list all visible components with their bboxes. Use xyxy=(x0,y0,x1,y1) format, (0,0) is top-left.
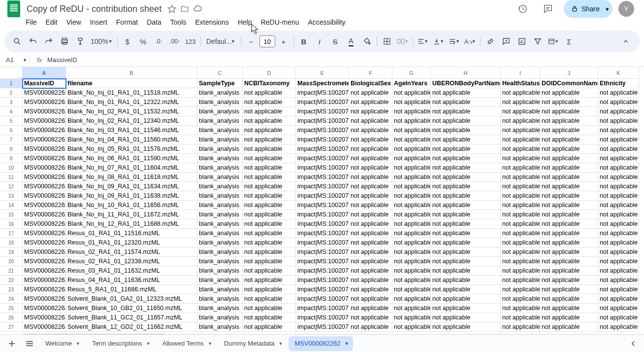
redo-icon[interactable] xyxy=(41,34,56,49)
row-header-2[interactable]: 2 xyxy=(0,88,23,98)
fill-color-icon[interactable] xyxy=(359,34,374,49)
cell-G18[interactable]: not applicable xyxy=(392,238,431,247)
cell-B17[interactable]: Resus_01_RA1_01_11516.mzML xyxy=(66,229,197,238)
sheet-tab-menu-icon[interactable]: ▼ xyxy=(206,341,212,346)
row-header-9[interactable]: 9 xyxy=(0,154,23,163)
cell-G14[interactable]: not applicable xyxy=(392,201,431,210)
row-header-1[interactable]: 1 xyxy=(0,79,23,88)
cell-C16[interactable]: blank_analysis xyxy=(197,219,243,229)
cell-K18[interactable]: not applicable xyxy=(598,238,639,247)
cell-H22[interactable]: not applicable xyxy=(431,276,501,285)
cell-K4[interactable]: not applicable xyxy=(598,107,639,116)
cell-E6[interactable]: impact|MS:1002077 xyxy=(296,126,349,135)
cell-K1[interactable]: Ethnicity xyxy=(598,79,639,88)
cell-J4[interactable]: not applicable xyxy=(540,107,598,116)
horizontal-align-icon[interactable]: ▼ xyxy=(416,34,430,49)
cell-F16[interactable]: not applicable xyxy=(349,219,392,229)
all-sheets-icon[interactable] xyxy=(22,337,37,351)
select-all-corner[interactable] xyxy=(0,67,23,79)
cell-K9[interactable]: not applicable xyxy=(598,154,639,163)
cell-A3[interactable]: MSV000082262 xyxy=(23,98,66,107)
cell-K6[interactable]: not applicable xyxy=(598,126,639,135)
cell-I7[interactable]: not applicable xyxy=(501,135,540,144)
paint-format-icon[interactable] xyxy=(73,34,88,49)
version-history-icon[interactable] xyxy=(513,0,532,19)
cell-E27[interactable]: impact|MS:1002077 xyxy=(296,322,349,332)
cell-D16[interactable]: not applicable xyxy=(243,219,296,229)
cell-B26[interactable]: Solvent_Blank_11_GC2_01_11657.mzML xyxy=(66,313,197,322)
cell-G11[interactable]: not applicable xyxy=(392,173,431,182)
cell-G22[interactable]: not applicable xyxy=(392,276,431,285)
cell-F14[interactable]: not applicable xyxy=(349,201,392,210)
cell-J27[interactable]: not applicable xyxy=(540,322,598,332)
row-header-4[interactable]: 4 xyxy=(0,107,23,116)
cell-C27[interactable]: blank_analysis xyxy=(197,322,243,332)
cell-A23[interactable]: MSV000082262 xyxy=(23,285,66,294)
row-header-19[interactable]: 19 xyxy=(0,247,23,257)
row-header-20[interactable]: 20 xyxy=(0,257,23,266)
cell-D18[interactable]: not applicable xyxy=(243,238,296,247)
cell-B9[interactable]: Blank_No_Inj_06_RA1_01_11590.mzML xyxy=(66,154,197,163)
cell-F11[interactable]: not applicable xyxy=(349,173,392,182)
cell-G6[interactable]: not applicable xyxy=(392,126,431,135)
cell-B19[interactable]: Resus_02_RA1_01_11574.mzML xyxy=(66,247,197,257)
row-header-22[interactable]: 22 xyxy=(0,276,23,285)
cell-G5[interactable]: not applicable xyxy=(392,116,431,126)
cell-I4[interactable]: not applicable xyxy=(501,107,540,116)
cell-H23[interactable]: not applicable xyxy=(431,285,501,294)
cell-F8[interactable]: not applicable xyxy=(349,144,392,154)
cell-D20[interactable]: not applicable xyxy=(243,257,296,266)
cell-D3[interactable]: not applicable xyxy=(243,98,296,107)
cell-A8[interactable]: MSV000082262 xyxy=(23,144,66,154)
cell-D15[interactable]: not applicable xyxy=(243,210,296,219)
cell-J26[interactable]: not applicable xyxy=(540,313,598,322)
star-icon[interactable] xyxy=(167,4,177,14)
cell-F4[interactable]: not applicable xyxy=(349,107,392,116)
row-header-14[interactable]: 14 xyxy=(0,201,23,210)
row-header-23[interactable]: 23 xyxy=(0,285,23,294)
text-color-icon[interactable]: A xyxy=(344,34,358,49)
cell-J15[interactable]: not applicable xyxy=(540,210,598,219)
functions-icon[interactable]: Σ xyxy=(562,34,577,49)
move-folder-icon[interactable] xyxy=(180,4,190,14)
cell-J8[interactable]: not applicable xyxy=(540,144,598,154)
cell-C18[interactable]: blank_analysis xyxy=(197,238,243,247)
cell-I25[interactable]: not applicable xyxy=(501,304,540,313)
cell-J22[interactable]: not applicable xyxy=(540,276,598,285)
cell-A22[interactable]: MSV000082262 xyxy=(23,276,66,285)
cell-B13[interactable]: Blank_No_Inj_09_RA1_01_11638.mzML xyxy=(66,191,197,201)
cell-A15[interactable]: MSV000082262 xyxy=(23,210,66,219)
cell-F10[interactable]: not applicable xyxy=(349,163,392,173)
cell-I15[interactable]: not applicable xyxy=(501,210,540,219)
cell-K21[interactable]: not applicable xyxy=(598,266,639,276)
cell-C10[interactable]: blank_analysis xyxy=(197,163,243,173)
cell-F6[interactable]: not applicable xyxy=(349,126,392,135)
cell-B21[interactable]: Resus_03_RA1_01_11632.mzML xyxy=(66,266,197,276)
cell-F1[interactable]: BiologicalSex xyxy=(349,79,392,88)
menu-redu-menu[interactable]: ReDU-menu xyxy=(257,16,303,28)
cell-I10[interactable]: not applicable xyxy=(501,163,540,173)
undo-icon[interactable] xyxy=(26,34,40,49)
menu-help[interactable]: Help xyxy=(234,16,256,28)
cell-B20[interactable]: Resus_02_RA1_01_12338.mzML xyxy=(66,257,197,266)
cell-K13[interactable]: not applicable xyxy=(598,191,639,201)
cell-C19[interactable]: blank_analysis xyxy=(197,247,243,257)
cell-I17[interactable]: not applicable xyxy=(501,229,540,238)
row-header-8[interactable]: 8 xyxy=(0,144,23,154)
cell-K27[interactable]: not applicable xyxy=(598,322,639,332)
borders-icon[interactable] xyxy=(380,34,394,49)
format-percent-icon[interactable]: % xyxy=(136,34,151,49)
cell-B8[interactable]: Blank_No_Inj_05_RA1_01_11576.mzML xyxy=(66,144,197,154)
cell-D8[interactable]: not applicable xyxy=(243,144,296,154)
cell-G8[interactable]: not applicable xyxy=(392,144,431,154)
cell-H9[interactable]: not applicable xyxy=(431,154,501,163)
cell-E3[interactable]: impact|MS:1002077 xyxy=(296,98,349,107)
cell-E19[interactable]: impact|MS:1002077 xyxy=(296,247,349,257)
cell-K12[interactable]: not applicable xyxy=(598,182,639,191)
cell-B11[interactable]: Blank_No_Inj_08_RA1_01_11618.mzML xyxy=(66,173,197,182)
menu-insert[interactable]: Insert xyxy=(86,16,111,28)
cell-J14[interactable]: not applicable xyxy=(540,201,598,210)
cell-H3[interactable]: not applicable xyxy=(431,98,501,107)
increase-font-icon[interactable]: + xyxy=(276,34,291,49)
cell-H7[interactable]: not applicable xyxy=(431,135,501,144)
